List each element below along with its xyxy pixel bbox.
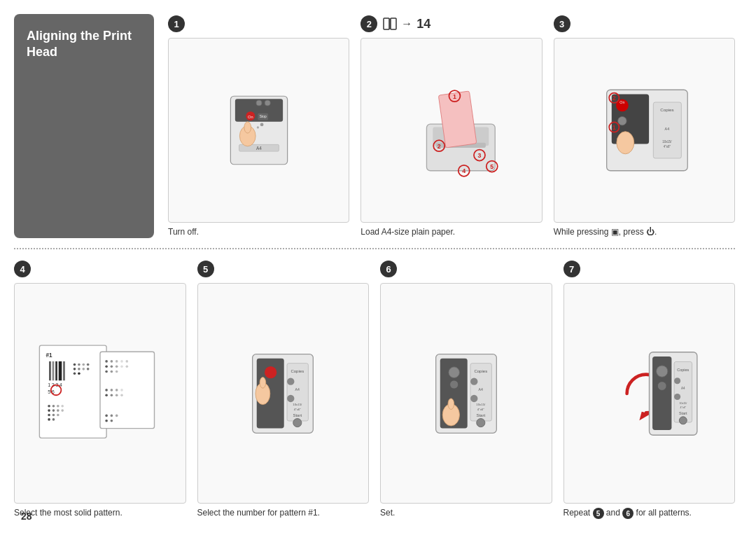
- step-5-image: Copies A4 10x15/ 4"x6" Start: [197, 283, 370, 504]
- step-5-caption: Select the number for pattern #1.: [197, 508, 370, 519]
- svg-point-13: [244, 122, 251, 133]
- step-2-extras: → 14: [383, 17, 430, 32]
- bottom-section: 4 #1 1 2 3: [14, 259, 735, 519]
- step-7-illustration: Copies A4 10x15/ 4"x6" Start: [595, 341, 704, 446]
- svg-point-73: [61, 405, 64, 408]
- svg-rect-48: [49, 361, 51, 380]
- svg-point-123: [293, 418, 302, 427]
- step-7-number: 7: [564, 261, 580, 277]
- svg-point-76: [57, 409, 59, 412]
- svg-text:2: 2: [438, 143, 441, 150]
- svg-point-112: [265, 366, 276, 378]
- svg-text:Copies: Copies: [677, 368, 689, 372]
- svg-text:Start: Start: [476, 413, 485, 417]
- arrow-right: →: [401, 18, 412, 30]
- title-panel: Aligning the Print Head: [14, 14, 154, 238]
- step-7: 7 Copies: [564, 259, 736, 519]
- svg-text:4"x6": 4"x6": [664, 145, 671, 148]
- svg-text:10x15/: 10x15/: [663, 140, 673, 144]
- svg-rect-50: [55, 361, 57, 380]
- svg-point-99: [105, 394, 108, 397]
- svg-point-85: [110, 360, 113, 363]
- svg-point-127: [449, 380, 458, 389]
- svg-point-3: [265, 100, 270, 106]
- svg-point-2: [256, 100, 262, 106]
- step-4-number: 4: [14, 261, 31, 277]
- top-section: Aligning the Print Head 1: [14, 14, 735, 238]
- svg-point-152: [679, 416, 687, 424]
- step-3-image: On 2 1 Copies A4 10x15/: [554, 38, 735, 223]
- svg-point-102: [115, 394, 118, 397]
- svg-text:4"x6": 4"x6": [477, 408, 485, 411]
- step-2-caption: Load A4-size plain paper.: [360, 227, 542, 238]
- svg-point-95: [120, 366, 123, 368]
- svg-point-142: [656, 365, 667, 376]
- svg-point-39: [618, 117, 626, 125]
- svg-point-93: [120, 360, 123, 363]
- svg-marker-139: [636, 408, 650, 420]
- svg-point-82: [52, 418, 55, 421]
- svg-text:3: 3: [478, 152, 482, 159]
- svg-point-89: [115, 366, 118, 368]
- step-1-caption: Turn off.: [168, 227, 349, 238]
- step-5: 5 Copies A4: [197, 259, 370, 519]
- svg-point-67: [87, 364, 90, 366]
- svg-text:On: On: [620, 100, 625, 104]
- step-3-illustration: On 2 1 Copies A4 10x15/: [588, 78, 700, 183]
- svg-point-69: [87, 368, 90, 371]
- step-2-illustration: 1 2 3 4 5: [388, 74, 514, 186]
- svg-text:Start: Start: [293, 413, 302, 417]
- step-7-caption: Repeat 5 and 6 for all patterns.: [564, 508, 736, 519]
- svg-text:#1: #1: [46, 352, 52, 359]
- step-7-header: 7: [564, 259, 736, 279]
- svg-point-72: [57, 405, 59, 408]
- svg-text:10x15/: 10x15/: [476, 403, 486, 406]
- svg-point-88: [110, 366, 113, 368]
- svg-point-78: [48, 414, 50, 417]
- title-line2: Head: [27, 45, 57, 59]
- svg-point-143: [657, 381, 666, 390]
- page-ref: 14: [416, 17, 430, 32]
- svg-point-66: [82, 364, 85, 366]
- step-6-illustration: Copies A4 10x15/ 4"x6" Start: [421, 341, 512, 446]
- svg-point-79: [52, 414, 55, 417]
- svg-text:Start: Start: [679, 411, 687, 415]
- svg-point-62: [73, 368, 76, 371]
- step-4-caption: Select the most solid pattern.: [14, 508, 186, 519]
- svg-point-74: [48, 409, 50, 412]
- book-icon: [383, 18, 397, 30]
- svg-text:5: 5: [490, 163, 493, 170]
- step-5-header: 5: [197, 259, 370, 279]
- svg-rect-51: [58, 361, 62, 380]
- svg-point-91: [110, 371, 113, 373]
- step-3-header: 3: [554, 14, 735, 34]
- svg-point-92: [115, 371, 118, 373]
- svg-text:1: 1: [612, 124, 616, 131]
- svg-point-114: [260, 377, 266, 388]
- svg-text:A4: A4: [478, 387, 482, 391]
- svg-point-104: [120, 394, 123, 397]
- top-steps-row: 1 On: [168, 14, 735, 238]
- svg-point-86: [115, 360, 118, 363]
- step-4-image: #1 1 2 3 4 5 6: [14, 283, 186, 504]
- step-6-header: 6: [380, 259, 552, 279]
- page-number: 28: [21, 511, 32, 522]
- step-5-illustration: Copies A4 10x15/ 4"x6" Start: [237, 341, 328, 446]
- step-2-number: 2: [360, 15, 377, 32]
- step-3-caption: While pressing ▣, press ⏻.: [554, 227, 735, 238]
- svg-point-107: [115, 415, 118, 417]
- step-1: 1 On: [168, 14, 349, 238]
- svg-text:4"x6": 4"x6": [680, 406, 686, 408]
- svg-point-9: [256, 127, 258, 129]
- svg-point-63: [78, 368, 80, 371]
- step-1-header: 1: [168, 14, 349, 34]
- svg-point-101: [115, 389, 118, 392]
- svg-text:2: 2: [612, 95, 616, 102]
- svg-point-146: [674, 378, 680, 384]
- svg-point-106: [110, 415, 113, 417]
- step-1-image: On Stop A4: [168, 38, 349, 223]
- step-3: 3 On 2: [554, 14, 735, 238]
- svg-point-109: [110, 420, 113, 422]
- svg-text:1: 1: [453, 93, 456, 100]
- svg-point-84: [105, 360, 108, 363]
